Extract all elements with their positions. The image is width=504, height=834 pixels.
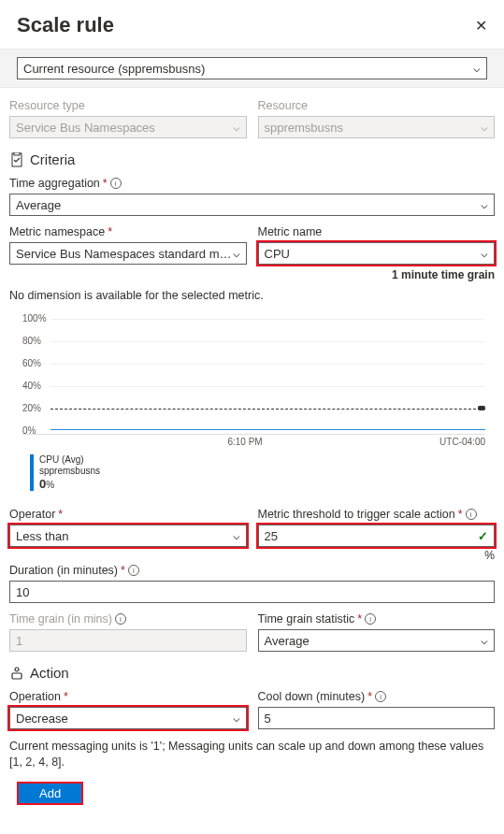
threshold-input[interactable]: 25 ✓ (258, 525, 496, 547)
chevron-down-icon: ⌵ (481, 246, 488, 260)
chevron-down-icon: ⌵ (233, 528, 240, 542)
legend-color-bar (30, 454, 34, 491)
time-grain-stat-select[interactable]: Average ⌵ (258, 629, 496, 652)
action-heading: Action (30, 665, 69, 681)
resource-value: sppremsbusns (265, 121, 344, 135)
time-grain-label: Time grain (in mins) i (9, 612, 247, 626)
info-icon[interactable]: i (466, 509, 477, 520)
legend-unit: % (46, 480, 54, 490)
chevron-down-icon: ⌵ (473, 61, 481, 75)
y-tick: 100% (22, 313, 47, 324)
time-aggregation-value: Average (16, 198, 61, 212)
chevron-down-icon: ⌵ (481, 120, 488, 134)
operation-value: Decrease (16, 712, 68, 726)
threshold-unit: % (258, 549, 496, 562)
required-icon: * (357, 612, 362, 626)
threshold-value: 25 (265, 529, 278, 543)
svg-rect-3 (12, 673, 22, 679)
info-icon[interactable]: i (115, 613, 126, 625)
chevron-down-icon: ⌵ (481, 633, 488, 647)
cooldown-input[interactable]: 5 (258, 707, 496, 729)
data-line (50, 429, 485, 430)
metric-chart: 100% 80% 60% 40% 20% 0% 6:10 PM UTC-04:0… (9, 308, 495, 495)
chevron-down-icon: ⌵ (233, 711, 240, 725)
x-tick: 6:10 PM (227, 437, 262, 447)
operator-value: Less than (16, 529, 68, 543)
y-tick: 80% (22, 336, 41, 346)
close-icon[interactable]: ✕ (475, 17, 487, 35)
required-icon: * (121, 564, 125, 577)
legend-title: CPU (Avg) (39, 454, 100, 466)
time-grain-stat-label: Time grain statistic * i (258, 612, 496, 626)
svg-rect-1 (14, 152, 20, 155)
operator-label: Operator * (9, 508, 247, 521)
duration-label: Duration (in minutes) * i (9, 564, 495, 577)
required-icon: * (108, 225, 112, 238)
chevron-down-icon: ⌵ (233, 120, 240, 134)
required-icon: * (103, 177, 108, 190)
check-icon: ✓ (478, 529, 488, 543)
required-icon: * (58, 508, 63, 521)
threshold-label: Metric threshold to trigger scale action… (258, 508, 496, 521)
operator-select[interactable]: Less than ⌵ (9, 525, 247, 547)
info-icon[interactable]: i (375, 691, 386, 702)
resource-type-select: Service Bus Namespaces ⌵ (9, 116, 247, 138)
metric-name-label: Metric name (258, 225, 496, 238)
time-grain-value: 1 (16, 634, 22, 648)
resource-scope-select[interactable]: Current resource (sppremsbusns) ⌵ (17, 57, 487, 79)
resource-select: sppremsbusns ⌵ (258, 116, 496, 138)
operation-label: Operation * (9, 690, 247, 703)
duration-value: 10 (16, 585, 29, 599)
criteria-icon (9, 152, 24, 167)
time-grain-stat-value: Average (265, 634, 310, 648)
resource-label: Resource (258, 99, 496, 112)
time-grain-input: 1 (9, 629, 247, 652)
scaling-note: Current messaging units is '1'; Messagin… (9, 739, 495, 770)
time-aggregation-label: Time aggregation * i (9, 177, 495, 190)
info-icon[interactable]: i (110, 178, 122, 189)
add-button[interactable]: Add (19, 784, 81, 803)
duration-input[interactable]: 10 (9, 581, 495, 603)
y-tick: 40% (22, 381, 41, 391)
metric-namespace-label: Metric namespace * (9, 225, 247, 238)
metric-namespace-select[interactable]: Service Bus Namespaces standard me... ⌵ (9, 242, 247, 265)
action-icon (9, 666, 24, 681)
resource-type-label: Resource type (9, 99, 247, 112)
required-icon: * (458, 508, 463, 521)
time-aggregation-select[interactable]: Average ⌵ (9, 194, 495, 216)
cooldown-value: 5 (265, 712, 271, 726)
svg-point-2 (15, 668, 19, 671)
threshold-handle (478, 406, 485, 410)
threshold-line (50, 409, 485, 410)
info-icon[interactable]: i (128, 565, 139, 576)
resource-type-value: Service Bus Namespaces (16, 121, 155, 135)
required-icon: * (64, 690, 68, 703)
chevron-down-icon: ⌵ (233, 246, 240, 260)
cooldown-label: Cool down (minutes) * i (258, 690, 496, 703)
page-title: Scale rule (17, 13, 114, 37)
y-tick: 0% (22, 425, 36, 436)
time-grain-note: 1 minute time grain (258, 268, 496, 281)
legend-subtitle: sppremsbusns (39, 466, 100, 477)
metric-namespace-value: Service Bus Namespaces standard me... (16, 247, 233, 261)
resource-scope-value: Current resource (sppremsbusns) (23, 62, 205, 76)
operation-select[interactable]: Decrease ⌵ (9, 707, 247, 729)
required-icon: * (367, 690, 372, 703)
chevron-down-icon: ⌵ (481, 197, 488, 211)
y-tick: 20% (22, 403, 41, 413)
metric-name-select[interactable]: CPU ⌵ (258, 242, 496, 265)
dimension-message: No dimension is available for the select… (9, 289, 495, 302)
metric-name-value: CPU (265, 247, 290, 261)
x-tick: UTC-04:00 (439, 437, 485, 447)
criteria-heading: Criteria (30, 151, 75, 167)
info-icon[interactable]: i (365, 613, 376, 625)
y-tick: 60% (22, 358, 41, 368)
